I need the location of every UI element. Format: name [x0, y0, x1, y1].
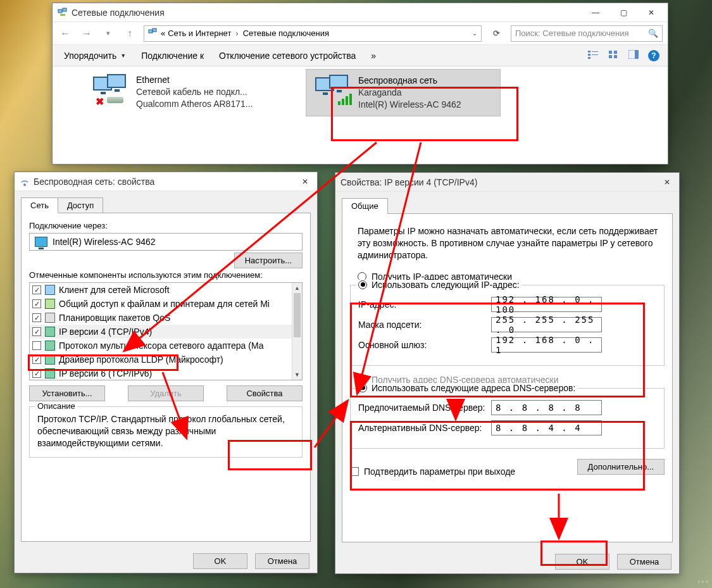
- cancel-button[interactable]: Отмена: [255, 553, 309, 569]
- gateway-input[interactable]: 192 . 168 . 0 . 1: [491, 337, 602, 353]
- radio-static-dns[interactable]: [358, 384, 367, 392]
- window-title: Беспроводная сеть: свойства: [34, 177, 154, 187]
- tab-network[interactable]: Сеть: [21, 197, 58, 213]
- help-button[interactable]: ?: [645, 50, 663, 61]
- close-button[interactable]: ✕: [658, 173, 677, 191]
- ok-button[interactable]: OK: [555, 554, 609, 570]
- mask-input[interactable]: 255 . 255 . 255 . 0: [491, 317, 602, 332]
- search-icon: 🔍: [648, 28, 658, 38]
- window-title: Сетевые подключения: [72, 8, 165, 18]
- svg-rect-0: [58, 9, 62, 13]
- cancel-button[interactable]: Отмена: [617, 554, 671, 570]
- scrollbar[interactable]: ▲ ▼: [292, 283, 302, 380]
- ethernet-adapter: Qualcomm Atheros AR8171...: [136, 98, 253, 110]
- ethernet-status: Сетевой кабель не подкл...: [136, 86, 253, 98]
- connection-wifi[interactable]: Беспроводная сеть Karaganda Intel(R) Wir…: [306, 69, 501, 116]
- advanced-button[interactable]: Дополнительно...: [577, 459, 665, 475]
- checkbox[interactable]: [32, 355, 41, 364]
- svg-rect-4: [153, 28, 156, 32]
- configure-button[interactable]: Настроить...: [234, 253, 303, 268]
- checkbox[interactable]: [32, 369, 41, 378]
- ethernet-icon: ✖: [92, 74, 130, 106]
- maximize-button[interactable]: ▢: [609, 4, 637, 22]
- crumb-2[interactable]: Сетевые подключения: [243, 28, 329, 38]
- item-label: Протокол мультиплексора сетевого адаптер…: [59, 341, 263, 351]
- radio-label: Использовать следующие адреса DNS-сервер…: [372, 383, 575, 393]
- dns2-label: Альтернативный DNS-сервер:: [358, 423, 491, 433]
- components-label: Отмеченные компоненты используются этим …: [29, 270, 303, 280]
- scroll-up-icon[interactable]: ▲: [292, 283, 302, 293]
- list-item: Протокол мультиплексора сетевого адаптер…: [30, 339, 292, 353]
- refresh-button[interactable]: ⟳: [488, 28, 504, 38]
- scroll-thumb[interactable]: [294, 293, 301, 337]
- intro-text: Параметры IP можно назначать автоматичес…: [358, 225, 662, 261]
- tab-access[interactable]: Доступ: [58, 197, 103, 213]
- protocol-icon: [45, 368, 55, 378]
- share-icon: [45, 299, 55, 309]
- recent-button[interactable]: ▾: [101, 29, 116, 37]
- svg-rect-12: [609, 55, 612, 58]
- disable-device-button[interactable]: Отключение сетевого устройства: [213, 48, 362, 63]
- svg-rect-10: [609, 51, 612, 54]
- crumb-1[interactable]: Сеть и Интернет: [168, 28, 231, 38]
- checkbox[interactable]: [32, 327, 41, 336]
- checkbox[interactable]: [32, 285, 41, 294]
- svg-rect-9: [588, 57, 590, 59]
- dns1-input[interactable]: 8 . 8 . 8 . 8: [491, 400, 602, 415]
- svg-rect-11: [614, 51, 617, 54]
- checkbox[interactable]: [32, 313, 41, 322]
- svg-rect-15: [635, 50, 639, 59]
- components-list[interactable]: Клиент для сетей Microsoft Общий доступ …: [29, 282, 303, 380]
- connect-to-button[interactable]: Подключение к: [135, 48, 210, 63]
- window-title: Свойства: IP версии 4 (TCP/IPv4): [340, 177, 477, 187]
- protocol-icon: [45, 327, 55, 337]
- titlebar[interactable]: Беспроводная сеть: свойства ✕: [15, 172, 317, 191]
- overflow-button[interactable]: »: [365, 48, 382, 63]
- address-bar[interactable]: « Сеть и Интернет › Сетевые подключения …: [144, 25, 482, 42]
- search-input[interactable]: Поиск: Сетевые подключения 🔍: [511, 25, 663, 42]
- titlebar[interactable]: Сетевые подключения — ▢ ✕: [53, 3, 668, 22]
- dns2-input[interactable]: 8 . 8 . 4 . 4: [491, 420, 602, 435]
- svg-rect-5: [588, 51, 590, 53]
- dns1-label: Предпочитаемый DNS-сервер:: [358, 403, 491, 413]
- organize-button[interactable]: Упорядочить▼: [58, 48, 132, 63]
- svg-point-16: [23, 184, 26, 186]
- forward-button[interactable]: →: [79, 28, 94, 39]
- close-button[interactable]: ✕: [637, 4, 665, 22]
- ok-button[interactable]: OK: [193, 553, 247, 569]
- back-button[interactable]: ←: [58, 28, 73, 39]
- ip-input[interactable]: 192 . 168 . 0 . 100: [491, 297, 602, 312]
- organize-label: Упорядочить: [64, 51, 116, 61]
- chevron-down-icon[interactable]: ⌄: [472, 30, 477, 37]
- titlebar[interactable]: Свойства: IP версии 4 (TCP/IPv4) ✕: [335, 173, 679, 192]
- wifi-ssid: Karaganda: [358, 87, 461, 99]
- up-button[interactable]: ↑: [122, 28, 137, 39]
- connect-using-label: Подключение через:: [29, 221, 303, 230]
- close-button[interactable]: ✕: [296, 173, 315, 191]
- list-item: Общий доступ к файлам и принтерам для се…: [30, 297, 292, 311]
- uninstall-button: Удалить: [128, 385, 204, 401]
- list-item: Планировщик пакетов QoS: [30, 311, 292, 325]
- radio-label: Использовать следующий IP-адрес:: [372, 280, 520, 290]
- checkbox[interactable]: [32, 341, 41, 350]
- gw-label: Основной шлюз:: [358, 340, 491, 350]
- scroll-down-icon[interactable]: ▼: [292, 370, 302, 380]
- properties-button[interactable]: Свойства: [227, 385, 303, 401]
- adapter-box: Intel(R) Wireless-AC 9462: [29, 233, 303, 251]
- radio-static-ip[interactable]: [358, 280, 367, 289]
- connection-ethernet[interactable]: ✖ Ethernet Сетевой кабель не подкл... Qu…: [84, 69, 287, 115]
- list-item: Драйвер протокола LLDP (Майкрософт): [30, 353, 292, 366]
- install-button[interactable]: Установить...: [29, 385, 105, 401]
- tab-general[interactable]: Общие: [342, 198, 388, 214]
- validate-checkbox[interactable]: Подтвердить параметры при выходе: [350, 466, 515, 477]
- item-label: Драйвер протокола LLDP (Майкрософт): [59, 354, 223, 365]
- view-tiles-button[interactable]: [604, 50, 622, 61]
- mask-label: Маска подсети:: [358, 320, 491, 330]
- qos-icon: [45, 313, 55, 323]
- minimize-button[interactable]: —: [582, 4, 609, 22]
- checkbox[interactable]: [32, 299, 41, 308]
- view-details-button[interactable]: [584, 50, 602, 61]
- connect-label: Подключение к: [141, 51, 204, 61]
- svg-rect-7: [588, 54, 590, 56]
- preview-pane-button[interactable]: [625, 50, 642, 61]
